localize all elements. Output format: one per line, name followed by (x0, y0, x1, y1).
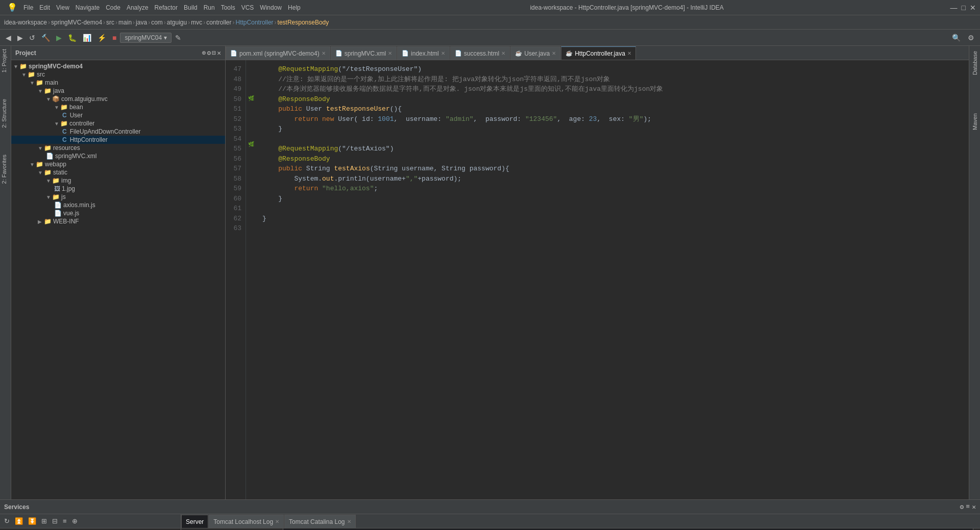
tree-item-js[interactable]: ▼ 📁 js (11, 193, 225, 201)
log-tab-server[interactable]: Server (181, 515, 208, 528)
tab-httpcontroller[interactable]: ☕ HttpController.java ✕ (561, 46, 636, 60)
tab-indexhtml-close[interactable]: ✕ (441, 51, 445, 56)
tomcat-catalina-tab-close[interactable]: ✕ (347, 519, 351, 524)
database-tab[interactable]: Database (971, 48, 979, 78)
breadcrumb-idea-workspace[interactable]: idea-workspace (4, 19, 47, 26)
project-tool-tab[interactable]: 1: Project (0, 46, 11, 75)
tree-item-springmvcxml[interactable]: 📄 springMVC.xml (11, 152, 225, 160)
maven-tab[interactable]: Maven (971, 110, 979, 133)
tab-indexhtml[interactable]: 📄 index.html ✕ (397, 46, 450, 60)
tree-item-fileupdown[interactable]: C FileUpAndDownController (11, 128, 225, 136)
toolbar-search-btn[interactable]: 🔍 (949, 32, 963, 43)
menu-analyze[interactable]: Analyze (124, 3, 152, 12)
toolbar-stop-btn[interactable]: ■ (110, 32, 119, 43)
toolbar-settings-btn[interactable]: ⚙ (965, 32, 977, 43)
maximize-button[interactable]: □ (962, 4, 966, 12)
tree-item-static[interactable]: ▼ 📁 static (11, 168, 225, 176)
log-tab-tomcat-catalina[interactable]: Tomcat Catalina Log ✕ (284, 515, 355, 528)
toolbar-debug-btn[interactable]: 🐛 (65, 32, 79, 43)
breadcrumb-testresponsebody[interactable]: testResponseBody (278, 19, 329, 26)
tab-successhtml[interactable]: 📄 success.html ✕ (450, 46, 510, 60)
menu-navigate[interactable]: Navigate (72, 3, 103, 12)
tree-item-vuejs[interactable]: 📄 vue.js (11, 209, 225, 217)
tree-item-controller-folder[interactable]: ▼ 📁 controller (11, 119, 225, 128)
bp-settings-icon[interactable]: ⚙ (960, 503, 964, 511)
breadcrumb-httpcontroller[interactable]: HttpController (236, 19, 274, 26)
services-refresh-btn[interactable]: ↻ (2, 516, 12, 526)
tab-pom-close[interactable]: ✕ (322, 51, 326, 56)
bp-close-icon[interactable]: ✕ (972, 503, 976, 511)
tab-successhtml-close[interactable]: ✕ (501, 51, 505, 56)
services-filter-btn[interactable]: ⊟ (50, 516, 60, 526)
tree-item-src[interactable]: ▼ 📁 src (11, 70, 225, 79)
tab-springmvcxml[interactable]: 📄 springMVC.xml ✕ (331, 46, 397, 60)
favorites-tool-tab[interactable]: 2: Favorites (0, 152, 11, 187)
sidebar-action-plus[interactable]: ⊕ (202, 49, 206, 57)
tree-item-java[interactable]: ▼ 📁 java (11, 87, 225, 95)
tab-httpcontroller-close[interactable]: ✕ (627, 51, 631, 56)
menu-edit[interactable]: Edit (36, 3, 53, 12)
tree-item-1jpg[interactable]: 🖼 1.jpg (11, 185, 225, 193)
toolbar-refresh-btn[interactable]: ↺ (27, 32, 38, 43)
menu-file[interactable]: File (20, 3, 36, 12)
breadcrumb-java[interactable]: java (136, 19, 147, 26)
tab-springmvcxml-close[interactable]: ✕ (388, 51, 392, 56)
menu-tools[interactable]: Tools (218, 3, 238, 12)
tree-item-img[interactable]: ▼ 📁 img (11, 176, 225, 185)
menu-run[interactable]: Run (201, 3, 218, 12)
tomcat-localhost-tab-close[interactable]: ✕ (275, 519, 279, 524)
menu-window[interactable]: Window (257, 3, 285, 12)
services-add-btn[interactable]: ⊕ (70, 516, 80, 526)
services-collapse-btn[interactable]: ⏬ (26, 516, 38, 526)
menu-code[interactable]: Code (103, 3, 124, 12)
tree-item-axiosjs[interactable]: 📄 axios.min.js (11, 201, 225, 209)
profile-selector[interactable]: springMVC04 ▾ (120, 33, 172, 43)
tab-userjava-close[interactable]: ✕ (552, 51, 556, 56)
menu-vcs[interactable]: VCS (238, 3, 257, 12)
close-button[interactable]: ✕ (970, 4, 976, 12)
menu-help[interactable]: Help (285, 3, 304, 12)
tab-pom[interactable]: 📄 pom.xml (springMVC-demo4) ✕ (226, 46, 330, 60)
breadcrumb-com[interactable]: com (151, 19, 163, 26)
toolbar-forward-btn[interactable]: ▶ (15, 32, 26, 43)
tree-item-com-atguigu-mvc[interactable]: ▼ 📦 com.atguigu.mvc (11, 95, 225, 103)
tree-item-httpcontroller[interactable]: C HttpController (11, 136, 225, 144)
window-controls[interactable]: — □ ✕ (950, 4, 976, 12)
toolbar-build-btn[interactable]: 🔨 (39, 32, 53, 43)
services-expand-btn[interactable]: ⏫ (13, 516, 25, 526)
tree-item-main[interactable]: ▼ 📁 main (11, 79, 225, 87)
tree-item-webapp[interactable]: ▼ 📁 webapp (11, 160, 225, 168)
toolbar-edit-config-btn[interactable]: ✎ (173, 32, 184, 43)
menu-view[interactable]: View (53, 3, 72, 12)
sidebar-action-settings[interactable]: ⚙ (207, 49, 211, 57)
tree-item-bean[interactable]: ▼ 📁 bean (11, 103, 225, 111)
breadcrumb-atguigu[interactable]: atguigu (167, 19, 187, 26)
toolbar-profile-btn[interactable]: ⚡ (95, 32, 109, 43)
expand-arrow-webapp-icon: ▼ (30, 162, 35, 167)
breadcrumb-src[interactable]: src (106, 19, 114, 26)
code-lines[interactable]: @RequestMapping("/testResponseUser") //注… (256, 60, 969, 499)
log-tab-tomcat-localhost[interactable]: Tomcat Localhost Log ✕ (209, 515, 284, 528)
structure-tool-tab[interactable]: 2: Structure (0, 96, 11, 131)
menu-build[interactable]: Build (181, 3, 201, 12)
tree-item-resources[interactable]: ▼ 📁 resources (11, 144, 225, 152)
tree-label-webapp: webapp (45, 161, 66, 168)
breadcrumb-mvc[interactable]: mvc (191, 19, 202, 26)
sidebar-action-hide[interactable]: ✕ (217, 49, 221, 57)
tab-userjava[interactable]: ☕ User.java ✕ (510, 46, 560, 60)
sidebar-action-collapse[interactable]: ⊟ (212, 49, 216, 57)
breadcrumb-controller[interactable]: controller (206, 19, 231, 26)
breadcrumb-springmvc-demo4[interactable]: springMVC-demo4 (51, 19, 102, 26)
breadcrumb-main[interactable]: main (118, 19, 132, 26)
tree-item-user[interactable]: C User (11, 111, 225, 119)
toolbar-coverage-btn[interactable]: 📊 (80, 32, 94, 43)
minimize-button[interactable]: — (950, 4, 958, 12)
services-menu-btn[interactable]: ≡ (61, 516, 69, 526)
services-group-btn[interactable]: ⊞ (39, 516, 49, 526)
tree-item-springmvc-demo4[interactable]: ▼ 📁 springMVC-demo4 (11, 62, 225, 70)
tree-item-webinf[interactable]: ▶ 📁 WEB-INF (11, 217, 225, 225)
menu-refactor[interactable]: Refactor (152, 3, 181, 12)
toolbar-back-btn[interactable]: ◀ (3, 32, 14, 43)
toolbar-run-btn[interactable]: ▶ (54, 32, 64, 43)
bp-gear-icon[interactable]: ≡ (966, 503, 970, 511)
